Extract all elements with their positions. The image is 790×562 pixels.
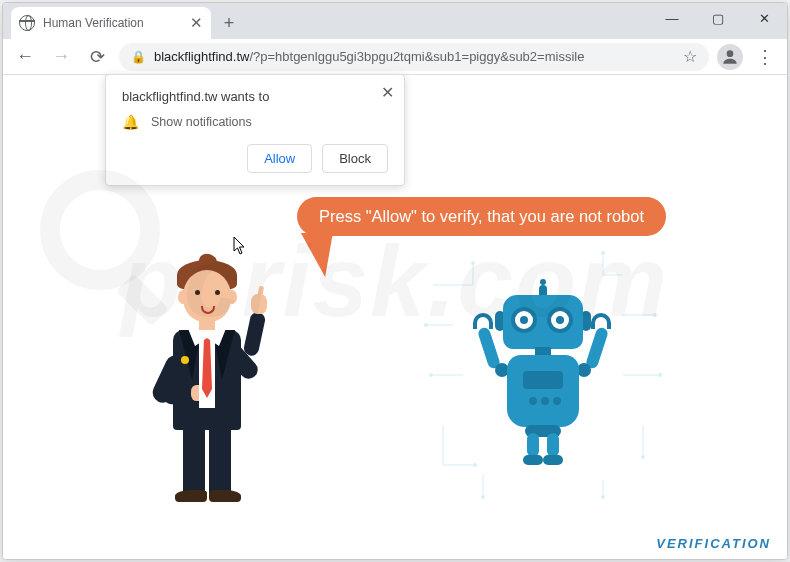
- close-window-button[interactable]: ✕: [741, 3, 787, 33]
- new-tab-button[interactable]: +: [215, 9, 243, 37]
- prompt-permission-line: 🔔 Show notifications: [122, 114, 388, 130]
- tab-close-icon[interactable]: ✕: [190, 14, 203, 32]
- svg-point-2: [424, 323, 428, 327]
- bookmark-star-icon[interactable]: ☆: [683, 47, 697, 66]
- person-icon: [720, 47, 740, 67]
- url-text: blackflightfind.tw/?p=hbtgenlggu5gi3bpgu…: [154, 49, 675, 64]
- svg-point-3: [601, 251, 605, 255]
- svg-point-4: [653, 313, 657, 317]
- titlebar: Human Verification ✕ + — ▢ ✕: [3, 3, 787, 39]
- svg-point-6: [641, 455, 645, 459]
- bell-icon: 🔔: [122, 114, 139, 130]
- robot-illustration: [443, 265, 643, 485]
- svg-point-7: [429, 373, 433, 377]
- kebab-menu-icon[interactable]: ⋮: [751, 43, 779, 71]
- footer-brand: VERIFICATION: [656, 536, 771, 551]
- back-button[interactable]: ←: [11, 43, 39, 71]
- browser-tab[interactable]: Human Verification ✕: [11, 7, 211, 39]
- svg-point-10: [601, 495, 605, 499]
- profile-avatar[interactable]: [717, 44, 743, 70]
- businessman-illustration: [123, 250, 283, 510]
- lock-icon: 🔒: [131, 50, 146, 64]
- speech-bubble: Press "Allow" to verify, that you are no…: [297, 197, 666, 236]
- prompt-close-icon[interactable]: ✕: [381, 83, 394, 102]
- tab-title: Human Verification: [43, 16, 182, 30]
- prompt-origin-text: blackflightfind.tw wants to: [122, 89, 388, 104]
- maximize-button[interactable]: ▢: [695, 3, 741, 33]
- notification-permission-prompt: ✕ blackflightfind.tw wants to 🔔 Show not…: [105, 74, 405, 186]
- address-bar[interactable]: 🔒 blackflightfind.tw/?p=hbtgenlggu5gi3bp…: [119, 43, 709, 71]
- prompt-permission-label: Show notifications: [151, 115, 252, 129]
- minimize-button[interactable]: —: [649, 3, 695, 33]
- globe-icon: [19, 15, 35, 31]
- svg-point-5: [473, 463, 477, 467]
- reload-button[interactable]: ⟳: [83, 43, 111, 71]
- block-button[interactable]: Block: [322, 144, 388, 173]
- forward-button[interactable]: →: [47, 43, 75, 71]
- allow-button[interactable]: Allow: [247, 144, 312, 173]
- svg-point-1: [471, 261, 475, 265]
- svg-point-8: [658, 373, 662, 377]
- speech-bubble-tail: [293, 233, 333, 277]
- svg-point-0: [727, 50, 734, 57]
- svg-point-9: [481, 495, 485, 499]
- browser-toolbar: ← → ⟳ 🔒 blackflightfind.tw/?p=hbtgenlggu…: [3, 39, 787, 75]
- window-controls: — ▢ ✕: [649, 3, 787, 33]
